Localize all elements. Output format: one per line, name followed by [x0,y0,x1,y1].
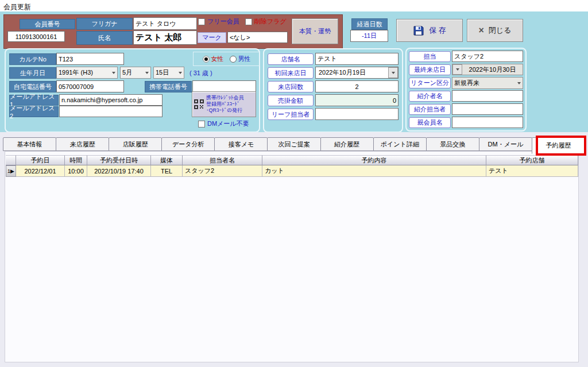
receivable-value: 0 [315,94,399,106]
first-visit-value: 2022年10月19日 [316,68,388,77]
tab-referral-history[interactable]: 紹介履歴 [320,137,374,151]
reservation-table: 予約日 時間 予約受付日時 媒体 担当者名 予約内容 予約店舗 1 ▶ 2022… [6,155,578,177]
birth-day-value: 15日 [156,68,169,77]
first-visit-date[interactable]: 2022年10月19日 [315,67,399,79]
qr-button-line3: ･QRｺｰﾄﾞの発行 [206,107,242,113]
cell-staff-name: スタッフ2 [183,165,262,177]
gender-radio-group: 女性 男性 [193,52,260,66]
tab-retail-history[interactable]: 店販履歴 [109,137,162,151]
staff-input[interactable]: スタッフ2 [452,51,523,62]
age-text: ( 31 歳 ) [189,69,212,78]
floppy-disk-icon [413,25,424,36]
email2-label: メールアドレス2 [9,106,59,117]
email2-input[interactable] [59,106,163,117]
close-button-label: 閉じる [489,25,512,36]
birth-month-select[interactable]: 5月 [120,67,151,79]
tab-dm-mail[interactable]: DM・メール [479,137,532,151]
member-number-value[interactable]: 110913000161 [7,31,65,42]
cell-media: TEL [151,165,183,177]
qr-button-line2: 登録用ﾊﾟｽｺｰﾄﾞ [206,101,240,107]
last-visit-date[interactable]: 2022年10月30日 [452,64,523,75]
calendar-dropdown-button[interactable] [388,67,398,78]
member-number-label: 会員番号 [20,19,75,29]
shop-name-input[interactable]: テスト [315,53,399,65]
furigana-input[interactable]: テスト タロウ [133,17,197,30]
header-staff-name[interactable]: 担当者名 [183,155,262,165]
parent-member-input[interactable] [452,117,523,128]
leaf-staff-input[interactable] [315,108,399,120]
return-category-value: 新規再来 [454,79,479,87]
row-selector[interactable]: 1 ▶ [6,165,16,177]
honshitsu-unsei-button[interactable]: 本質・運勢 [292,18,338,44]
birth-day-select[interactable]: 15日 [153,67,184,79]
close-button[interactable]: × 閉じる [467,19,523,42]
header-reservation-shop[interactable]: 予約店舗 [486,155,578,165]
gender-radio-female[interactable]: 女性 [203,55,224,63]
delete-flag-label: 削除フラグ [254,17,287,26]
chevron-down-icon [145,72,149,74]
header-reservation-date[interactable]: 予約日 [16,155,65,165]
tab-data-analysis[interactable]: データ分析 [161,137,215,151]
close-icon: × [479,25,484,36]
karte-no-input[interactable]: T123 [56,53,124,65]
window-titlebar [0,0,588,11]
tab-point-detail[interactable]: ポイント詳細 [373,137,427,151]
mark-input[interactable]: <なし> [227,32,288,43]
elapsed-days-value: -11日 [350,30,388,42]
tab-content-panel [5,151,579,362]
mobile-phone-input[interactable] [192,80,256,92]
mark-label: マーク [198,32,226,43]
tab-service-memo[interactable]: 接客メモ [214,137,268,151]
table-row[interactable]: 1 ▶ 2022/12/01 10:00 2022/10/19 17:40 TE… [6,165,578,177]
table-header-row: 予約日 時間 予約受付日時 媒体 担当者名 予約内容 予約店舗 [6,155,578,165]
free-member-checkbox[interactable]: フリー会員 [198,17,239,26]
checkbox-icon [198,121,205,128]
birth-year-select[interactable]: 1991年 (H3) [56,67,118,79]
checkbox-icon [245,18,252,25]
window-title: 会員更新 [3,2,31,12]
introducer-input[interactable] [452,90,523,102]
tab-prize-exchange[interactable]: 景品交換 [426,137,479,151]
header-time[interactable]: 時間 [65,155,87,165]
return-category-select[interactable]: 新規再来 [452,77,523,89]
header-received-datetime[interactable]: 予約受付日時 [87,155,151,165]
home-phone-input[interactable]: 0570007009 [56,80,124,92]
chevron-down-icon [112,72,115,74]
last-visit-label: 最終来店日 [409,64,451,75]
cell-time: 10:00 [65,165,87,177]
save-button[interactable]: 保 存 [396,19,463,42]
return-category-label: リターン区分 [409,78,451,88]
header-row-selector [6,155,16,165]
visit-count-label: 来店回数 [268,81,314,92]
chevron-down-icon [456,68,459,71]
staff-label: 担当 [409,51,451,62]
cell-reservation-shop: テスト [486,165,578,177]
tab-basic-info[interactable]: 基本情報 [3,137,56,151]
introducer-label: 紹介者名 [409,91,451,102]
name-input[interactable]: テスト 太郎 [133,30,197,45]
checkbox-icon [198,18,205,25]
visit-count-value[interactable]: 2 [315,80,399,92]
first-visit-label: 初回来店日 [268,67,314,79]
qr-code-button[interactable]: 携帯/ｸﾚｼﾞｯﾄ会員 登録用ﾊﾟｽｺｰﾄﾞ ･QRｺｰﾄﾞの発行 [192,91,256,117]
dm-mail-optout-checkbox[interactable]: DMメール不要 [198,119,249,128]
calendar-dropdown-button[interactable] [452,64,462,75]
furigana-label: フリガナ [76,18,133,30]
tab-visit-history[interactable]: 来店履歴 [56,137,109,151]
receivable-label: 売掛金額 [268,95,314,106]
header-media[interactable]: 媒体 [151,155,183,165]
gender-radio-male[interactable]: 男性 [230,55,251,63]
header-reservation-content[interactable]: 予約内容 [262,155,486,165]
tab-bar: 基本情報 来店履歴 店販履歴 データ分析 接客メモ 次回ご提案 紹介履歴 ポイン… [3,137,585,151]
introducer-staff-label: 紹介担当者 [409,104,451,115]
introducer-staff-input[interactable] [452,103,523,115]
tab-next-proposal[interactable]: 次回ご提案 [267,137,320,151]
birth-month-value: 5月 [122,68,132,77]
tab-reservation-history[interactable]: 予約履歴 [532,137,585,154]
delete-flag-checkbox[interactable]: 削除フラグ [245,17,287,26]
qr-icon [194,99,204,110]
shop-name-label: 店舗名 [268,53,314,65]
gender-female-label: 女性 [211,55,224,63]
email1-input[interactable]: n.nakamichi@hypersoft.co.jp [59,94,163,106]
row-pointer-icon: ▶ [10,168,14,174]
